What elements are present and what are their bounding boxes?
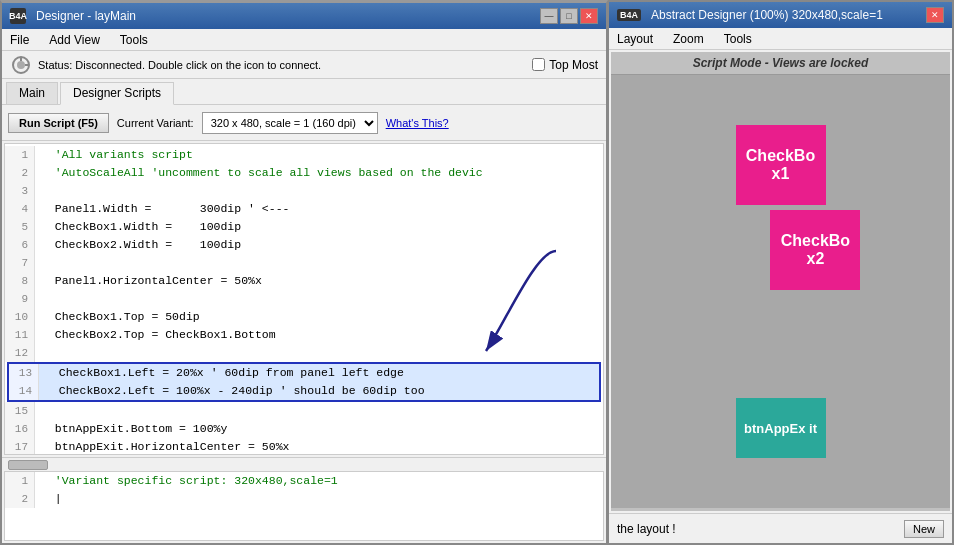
designer-titlebar-left: B4A Designer - layMain [10, 8, 136, 24]
abstract-menu-zoom[interactable]: Zoom [669, 31, 708, 47]
tabs-bar: Main Designer Scripts [2, 79, 606, 105]
abstract-bottom-bar: the layout ! New [609, 513, 952, 543]
code-line-1: 1 'All variants script [5, 146, 603, 164]
status-bar: Status: Disconnected. Double click on th… [2, 51, 606, 79]
horizontal-scrollbar[interactable] [2, 457, 606, 471]
svg-point-1 [17, 61, 25, 69]
btn-app-exit-widget: btnAppEx it [736, 398, 826, 458]
code-line-12: 12 [5, 344, 603, 362]
lower-code-editor[interactable]: 1 'Variant specific script: 320x480,scal… [4, 471, 604, 541]
code-content[interactable]: 1 'All variants script 2 'AutoScaleAll '… [5, 144, 603, 454]
abstract-menu-tools[interactable]: Tools [720, 31, 756, 47]
abstract-close-button[interactable]: ✕ [926, 7, 944, 23]
designer-icon: B4A [10, 8, 26, 24]
code-line-6: 6 CheckBox2.Width = 100dip [5, 236, 603, 254]
code-line-4: 4 Panel1.Width = 300dip ' <--- [5, 200, 603, 218]
code-line-2: 2 'AutoScaleAll 'uncomment to scale all … [5, 164, 603, 182]
checkbox2-widget: CheckBo x2 [770, 210, 860, 290]
bottom-text: the layout ! [617, 522, 676, 536]
code-line-5: 5 CheckBox1.Width = 100dip [5, 218, 603, 236]
abstract-menu-layout[interactable]: Layout [613, 31, 657, 47]
code-line-11: 11 CheckBox2.Top = CheckBox1.Bottom [5, 326, 603, 344]
status-text: Status: Disconnected. Double click on th… [38, 59, 321, 71]
main-code-editor[interactable]: 1 'All variants script 2 'AutoScaleAll '… [4, 143, 604, 455]
minimize-button[interactable]: — [540, 8, 558, 24]
window-controls: — □ ✕ [540, 8, 598, 24]
status-right: Top Most [532, 58, 598, 72]
topmost-label: Top Most [549, 58, 598, 72]
topmost-checkbox-container: Top Most [532, 58, 598, 72]
tab-main[interactable]: Main [6, 82, 58, 104]
canvas-inner: CheckBo x1 CheckBo x2 btnAppEx it [611, 75, 950, 508]
abstract-icon: B4A [617, 9, 641, 21]
maximize-button[interactable]: □ [560, 8, 578, 24]
status-left: Status: Disconnected. Double click on th… [10, 54, 321, 76]
menu-tools[interactable]: Tools [116, 32, 152, 48]
designer-titlebar: B4A Designer - layMain — □ ✕ [2, 3, 606, 29]
checkbox1-widget: CheckBo x1 [736, 125, 826, 205]
abstract-title-left: B4A Abstract Designer (100%) 320x480,sca… [617, 8, 883, 22]
abstract-menu-bar: Layout Zoom Tools [609, 28, 952, 50]
code-line-3: 3 [5, 182, 603, 200]
variant-label: Current Variant: [117, 117, 194, 129]
toolbar: Run Script (F5) Current Variant: 320 x 4… [2, 105, 606, 141]
code-line-14: 14 CheckBox2.Left = 100%x - 240dip ' sho… [9, 382, 599, 400]
lower-line-2: 2 | [5, 490, 603, 508]
abstract-canvas: Script Mode - Views are locked CheckBo x… [611, 52, 950, 511]
tab-designer-scripts[interactable]: Designer Scripts [60, 82, 174, 105]
code-line-10: 10 CheckBox1.Top = 50dip [5, 308, 603, 326]
close-button[interactable]: ✕ [580, 8, 598, 24]
variant-select[interactable]: 320 x 480, scale = 1 (160 dpi) [202, 112, 378, 134]
designer-menu-bar: File Add View Tools [2, 29, 606, 51]
abstract-designer-window: B4A Abstract Designer (100%) 320x480,sca… [608, 0, 954, 545]
code-line-7: 7 [5, 254, 603, 272]
designer-window: B4A Designer - layMain — □ ✕ File Add Vi… [0, 0, 608, 545]
code-line-9: 9 [5, 290, 603, 308]
run-script-button[interactable]: Run Script (F5) [8, 113, 109, 133]
abstract-titlebar: B4A Abstract Designer (100%) 320x480,sca… [609, 2, 952, 28]
scrollbar-thumb[interactable] [8, 460, 48, 470]
code-line-13: 13 CheckBox1.Left = 20%x ' 60dip from pa… [9, 364, 599, 382]
code-line-15: 15 [5, 402, 603, 420]
whats-this-link[interactable]: What's This? [386, 117, 449, 129]
menu-add-view[interactable]: Add View [45, 32, 103, 48]
lower-line-1: 1 'Variant specific script: 320x480,scal… [5, 472, 603, 490]
topmost-checkbox[interactable] [532, 58, 545, 71]
designer-title: Designer - layMain [36, 9, 136, 23]
menu-file[interactable]: File [6, 32, 33, 48]
code-line-16: 16 btnAppExit.Bottom = 100%y [5, 420, 603, 438]
new-button[interactable]: New [904, 520, 944, 538]
script-mode-banner: Script Mode - Views are locked [611, 52, 950, 75]
code-area-wrapper: 1 'All variants script 2 'AutoScaleAll '… [2, 141, 606, 543]
connection-icon[interactable] [10, 54, 32, 76]
code-line-8: 8 Panel1.HorizontalCenter = 50%x [5, 272, 603, 290]
abstract-title-text: Abstract Designer (100%) 320x480,scale=1 [651, 8, 883, 22]
code-line-17: 17 btnAppExit.HorizontalCenter = 50%x [5, 438, 603, 454]
